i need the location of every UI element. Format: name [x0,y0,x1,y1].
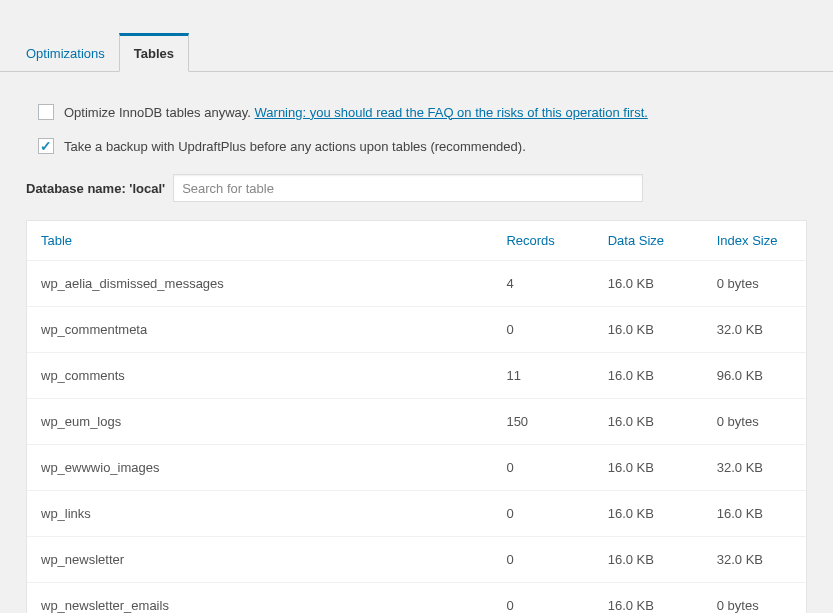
cell-data_size: 16.0 KB [596,445,705,491]
faq-warning-link[interactable]: Warning: you should read the FAQ on the … [255,105,648,120]
col-header-data-size[interactable]: Data Size [596,221,705,261]
option-optimize-innodb: Optimize InnoDB tables anyway. Warning: … [26,104,807,120]
db-label-text: Database name: [26,181,126,196]
col-header-records[interactable]: Records [494,221,595,261]
cell-records: 0 [494,307,595,353]
cell-data_size: 16.0 KB [596,399,705,445]
cell-table: wp_commentmeta [27,307,494,353]
cell-records: 0 [494,491,595,537]
cell-data_size: 16.0 KB [596,353,705,399]
db-name-value: 'local' [129,181,165,196]
cell-index_size: 0 bytes [705,261,806,307]
col-header-index-size[interactable]: Index Size [705,221,806,261]
cell-data_size: 16.0 KB [596,307,705,353]
tab-bar: Optimizations Tables [0,0,833,72]
tab-tables[interactable]: Tables [119,33,189,72]
tab-optimizations[interactable]: Optimizations [12,36,119,71]
cell-records: 11 [494,353,595,399]
content-area: Optimize InnoDB tables anyway. Warning: … [0,72,833,613]
cell-records: 150 [494,399,595,445]
cell-records: 0 [494,537,595,583]
option-backup: Take a backup with UpdraftPlus before an… [26,138,807,154]
backup-label: Take a backup with UpdraftPlus before an… [64,139,526,154]
col-header-table[interactable]: Table [27,221,494,261]
cell-table: wp_comments [27,353,494,399]
database-name-label: Database name: 'local' [26,181,165,196]
cell-data_size: 16.0 KB [596,261,705,307]
cell-data_size: 16.0 KB [596,491,705,537]
cell-table: wp_links [27,491,494,537]
cell-table: wp_ewwwio_images [27,445,494,491]
checkbox-optimize-innodb[interactable] [38,104,54,120]
table-row[interactable]: wp_aelia_dismissed_messages416.0 KB0 byt… [27,261,806,307]
cell-table: wp_eum_logs [27,399,494,445]
table-row[interactable]: wp_comments1116.0 KB96.0 KB [27,353,806,399]
cell-data_size: 16.0 KB [596,537,705,583]
optimize-innodb-text: Optimize InnoDB tables anyway. [64,105,251,120]
cell-table: wp_newsletter_emails [27,583,494,614]
cell-table: wp_aelia_dismissed_messages [27,261,494,307]
checkbox-backup[interactable] [38,138,54,154]
table-row[interactable]: wp_ewwwio_images016.0 KB32.0 KB [27,445,806,491]
table-row[interactable]: wp_eum_logs15016.0 KB0 bytes [27,399,806,445]
table-row[interactable]: wp_links016.0 KB16.0 KB [27,491,806,537]
db-tables-table: Table Records Data Size Index Size wp_ae… [27,221,806,613]
cell-records: 0 [494,583,595,614]
cell-records: 0 [494,445,595,491]
cell-index_size: 32.0 KB [705,307,806,353]
table-row[interactable]: wp_commentmeta016.0 KB32.0 KB [27,307,806,353]
search-row: Database name: 'local' [26,174,807,202]
cell-records: 4 [494,261,595,307]
cell-index_size: 16.0 KB [705,491,806,537]
cell-index_size: 0 bytes [705,399,806,445]
cell-data_size: 16.0 KB [596,583,705,614]
cell-index_size: 32.0 KB [705,445,806,491]
cell-index_size: 32.0 KB [705,537,806,583]
cell-table: wp_newsletter [27,537,494,583]
table-row[interactable]: wp_newsletter016.0 KB32.0 KB [27,537,806,583]
cell-index_size: 96.0 KB [705,353,806,399]
table-row[interactable]: wp_newsletter_emails016.0 KB0 bytes [27,583,806,614]
tables-list: Table Records Data Size Index Size wp_ae… [26,220,807,613]
optimize-innodb-label: Optimize InnoDB tables anyway. Warning: … [64,105,648,120]
cell-index_size: 0 bytes [705,583,806,614]
search-input[interactable] [173,174,643,202]
